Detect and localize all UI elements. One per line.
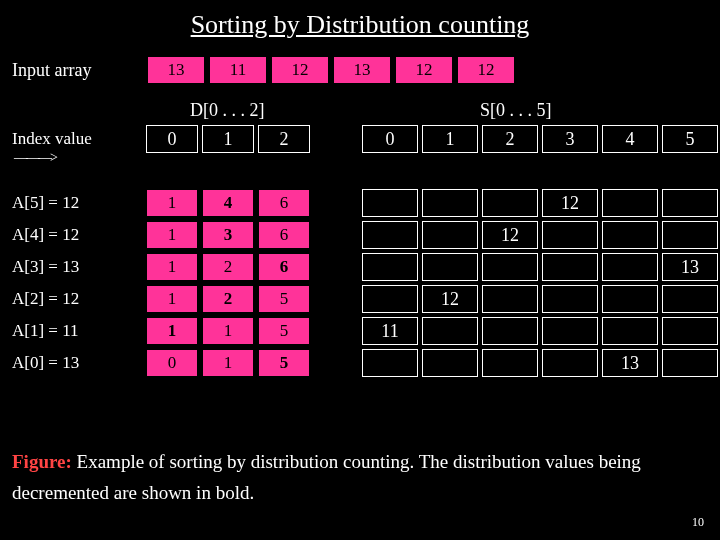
d-cell: 1 <box>146 317 198 345</box>
s-header: 4 <box>602 125 658 153</box>
s-cell <box>662 221 718 249</box>
d-cell: 0 <box>146 349 198 377</box>
s-cell <box>602 189 658 217</box>
s-header: 3 <box>542 125 598 153</box>
d-cell: 5 <box>258 349 310 377</box>
figure-caption: Figure: Example of sorting by distributi… <box>12 447 702 508</box>
s-cell <box>542 349 598 377</box>
step-label: A[3] = 13 <box>12 257 142 277</box>
s-cell <box>362 285 418 313</box>
s-cell <box>362 349 418 377</box>
input-cell: 13 <box>147 56 205 84</box>
figure-label: Figure: <box>12 451 72 472</box>
page-number: 10 <box>692 515 704 530</box>
slide-title: Sorting by Distribution counting <box>12 10 708 40</box>
s-header: 0 <box>362 125 418 153</box>
d-cell: 3 <box>202 221 254 249</box>
step-label: A[5] = 12 <box>12 193 142 213</box>
step-label: A[1] = 11 <box>12 321 142 341</box>
input-cell: 13 <box>333 56 391 84</box>
d-cell: 2 <box>202 253 254 281</box>
step-label: A[0] = 13 <box>12 353 142 373</box>
s-cell <box>662 189 718 217</box>
s-array-label: S[0 . . . 5] <box>480 100 552 121</box>
s-cell <box>422 221 478 249</box>
s-cell <box>542 221 598 249</box>
d-cell: 1 <box>202 349 254 377</box>
distribution-grid: Index value012012345A[5] = 1214612A[4] =… <box>12 124 718 378</box>
s-cell <box>422 253 478 281</box>
s-cell <box>362 253 418 281</box>
s-cell: 12 <box>422 285 478 313</box>
input-array-label: Input array <box>12 60 147 81</box>
input-array-cells: 131112131212 <box>147 56 519 84</box>
d-cell: 1 <box>202 317 254 345</box>
d-cell: 1 <box>146 189 198 217</box>
caption-text: Example of sorting by distribution count… <box>12 451 641 502</box>
s-cell <box>422 349 478 377</box>
d-cell: 1 <box>146 221 198 249</box>
s-cell <box>482 189 538 217</box>
s-cell: 13 <box>662 253 718 281</box>
s-cell <box>482 349 538 377</box>
s-cell <box>542 285 598 313</box>
input-cell: 11 <box>209 56 267 84</box>
d-cell: 1 <box>146 285 198 313</box>
d-cell: 1 <box>146 253 198 281</box>
s-cell <box>422 189 478 217</box>
s-cell <box>662 285 718 313</box>
index-value-label: Index value <box>12 129 142 149</box>
d-cell: 5 <box>258 317 310 345</box>
d-header: 1 <box>202 125 254 153</box>
s-cell <box>542 253 598 281</box>
s-cell <box>482 285 538 313</box>
d-cell: 6 <box>258 253 310 281</box>
s-cell: 11 <box>362 317 418 345</box>
d-header: 2 <box>258 125 310 153</box>
s-cell <box>422 317 478 345</box>
s-cell <box>602 285 658 313</box>
input-cell: 12 <box>271 56 329 84</box>
s-header: 2 <box>482 125 538 153</box>
s-cell <box>482 317 538 345</box>
d-cell: 4 <box>202 189 254 217</box>
s-cell <box>482 253 538 281</box>
s-cell <box>662 317 718 345</box>
step-label: A[2] = 12 <box>12 289 142 309</box>
s-cell: 12 <box>482 221 538 249</box>
d-array-label: D[0 . . . 2] <box>190 100 265 121</box>
input-cell: 12 <box>457 56 515 84</box>
s-cell <box>602 317 658 345</box>
s-cell <box>662 349 718 377</box>
s-cell <box>542 317 598 345</box>
d-cell: 6 <box>258 189 310 217</box>
arrow-icon: ———> <box>14 150 56 166</box>
d-cell: 2 <box>202 285 254 313</box>
input-cell: 12 <box>395 56 453 84</box>
d-header: 0 <box>146 125 198 153</box>
d-cell: 5 <box>258 285 310 313</box>
d-cell: 6 <box>258 221 310 249</box>
s-header: 5 <box>662 125 718 153</box>
s-cell: 13 <box>602 349 658 377</box>
step-label: A[4] = 12 <box>12 225 142 245</box>
s-cell <box>602 253 658 281</box>
s-cell: 12 <box>542 189 598 217</box>
s-cell <box>362 189 418 217</box>
s-cell <box>602 221 658 249</box>
input-array-section: Input array 131112131212 <box>12 56 708 84</box>
s-cell <box>362 221 418 249</box>
s-header: 1 <box>422 125 478 153</box>
